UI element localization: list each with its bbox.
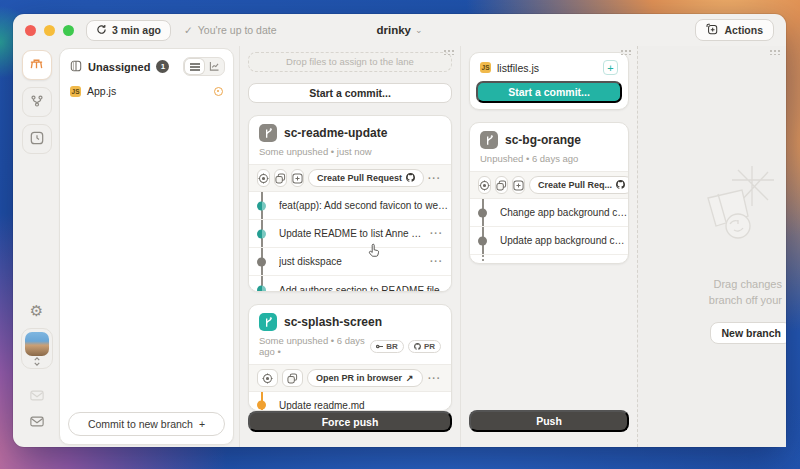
review-eye-button[interactable] — [257, 369, 278, 387]
push-label: Push — [536, 415, 562, 427]
branches-icon — [30, 94, 44, 111]
open-pr-label: Open PR in browser — [316, 373, 402, 383]
commit-dot-icon — [257, 286, 266, 292]
add-review-button[interactable] — [512, 176, 525, 194]
create-pr-label: Create Pull Req... — [538, 180, 612, 190]
unassigned-title: Unassigned — [88, 61, 150, 73]
js-file-icon: JS — [480, 62, 491, 73]
branch-badge-icon — [259, 313, 277, 331]
github-icon — [616, 180, 625, 191]
branch-header[interactable]: sc-readme-update Some unpushed • just no… — [249, 116, 451, 164]
actions-button[interactable]: Actions — [695, 19, 774, 41]
close-window-button[interactable] — [25, 25, 36, 36]
commit-message: feat(app): Add second favicon to web con… — [279, 200, 451, 211]
lane-drag-handle-icon[interactable] — [443, 49, 454, 55]
file-row-listfiles[interactable]: JS listfiles.js + — [476, 58, 622, 81]
commit-to-new-branch-button[interactable]: Commit to new branch + — [68, 412, 225, 436]
updown-chevrons-icon — [33, 357, 41, 366]
br-badge[interactable]: BR — [370, 340, 404, 353]
sync-label: 3 min ago — [112, 24, 161, 36]
branch-actions-row: Create Pull Req... ··· — [470, 171, 628, 199]
create-pr-label: Create Pull Request — [317, 173, 402, 183]
commit-list: feat(app): Add second favicon to web con… — [249, 192, 451, 292]
create-pull-request-button[interactable]: Create Pull Request — [308, 169, 424, 187]
unassigned-footer: Commit to new branch + — [60, 404, 233, 444]
chevron-down-icon: ⌄ — [415, 25, 423, 35]
github-icon — [406, 173, 415, 184]
commit-row[interactable]: Update readme.md — [249, 392, 451, 411]
project-title-menu[interactable]: drinky ⌄ — [376, 24, 422, 36]
assigned-file-card: JS listfiles.js + Start a commit... — [469, 52, 629, 110]
view-toggle — [183, 57, 225, 76]
commit-menu-button[interactable]: ··· — [422, 256, 451, 267]
settings-gear-icon[interactable]: ⚙ — [30, 302, 43, 320]
branch-meta: Some unpushed • just now — [259, 146, 441, 157]
sync-status: ✓ You're up to date — [184, 24, 277, 36]
lane-drag-handle-icon[interactable] — [769, 49, 780, 55]
clock-icon — [30, 131, 44, 148]
review-eye-button[interactable] — [478, 176, 491, 194]
branch-menu-button[interactable]: ··· — [428, 373, 443, 384]
project-title: drinky — [376, 24, 411, 36]
status-text: You're up to date — [198, 24, 277, 36]
lane-drag-handle-icon[interactable] — [620, 49, 631, 55]
new-branch-button[interactable]: New branch — [710, 322, 786, 344]
desktop-wallpaper: 3 min ago ✓ You're up to date drinky ⌄ — [0, 0, 800, 469]
branch-name: sc-readme-update — [284, 126, 387, 140]
minimize-window-button[interactable] — [44, 25, 55, 36]
copy-branch-button[interactable] — [495, 176, 508, 194]
branch-name: sc-splash-screen — [284, 315, 382, 329]
add-review-button[interactable] — [291, 169, 304, 187]
commit-menu-button[interactable]: ··· — [422, 228, 451, 239]
branch-card-sc-bg-orange: sc-bg-orange Unpushed • 6 days ago — [469, 122, 629, 264]
commit-row[interactable]: Update README to list Anne as primar... … — [249, 220, 451, 248]
branch-card-sc-splash-screen: sc-splash-screen Some unpushed • 6 days … — [248, 304, 452, 411]
actions-label: Actions — [724, 24, 763, 36]
create-pull-request-button[interactable]: Create Pull Req... — [529, 176, 629, 194]
copy-branch-button[interactable] — [282, 369, 303, 387]
branch-menu-button[interactable]: ··· — [428, 173, 443, 184]
branch-badge-icon — [259, 124, 277, 142]
commit-message: Update README to list Anne as primar... — [279, 228, 422, 239]
branch-header[interactable]: sc-bg-orange Unpushed • 6 days ago — [470, 123, 628, 171]
file-row-appjs[interactable]: JS App.js — [60, 82, 233, 103]
mail-notification-icon[interactable] — [30, 387, 44, 405]
commit-row[interactable]: Update app background color t... — [470, 227, 628, 255]
branch-actions-row: Open PR in browser ↗ ··· — [249, 364, 451, 392]
tree-view-button[interactable] — [204, 59, 223, 74]
open-pr-in-browser-button[interactable]: Open PR in browser ↗ — [307, 369, 423, 387]
history-tab-button[interactable] — [22, 124, 52, 154]
list-view-button[interactable] — [185, 59, 204, 74]
commit-row[interactable]: feat(app): Add second favicon to web con… — [249, 192, 451, 220]
drop-files-hint: Drop files to assign to the lane — [286, 56, 414, 67]
branch-meta: Some unpushed • 6 days ago • — [259, 335, 366, 357]
feedback-mail-icon[interactable] — [30, 413, 44, 431]
start-commit-label: Start a commit... — [508, 86, 590, 98]
push-button[interactable]: Push — [469, 410, 629, 432]
pr-badge[interactable]: PR — [408, 340, 441, 353]
app-window: 3 min ago ✓ You're up to date drinky ⌄ — [13, 14, 786, 447]
branches-tab-button[interactable] — [22, 87, 52, 117]
file-name: App.js — [87, 85, 116, 97]
sync-button[interactable]: 3 min ago — [86, 20, 171, 41]
start-commit-button-right[interactable]: Start a commit... — [476, 81, 622, 103]
unassigned-panel: Unassigned 1 JS — [59, 48, 234, 445]
copy-branch-button[interactable] — [274, 169, 287, 187]
force-push-button[interactable]: Force push — [248, 411, 452, 432]
branch-card-sc-readme-update: sc-readme-update Some unpushed • just no… — [248, 115, 452, 292]
review-eye-button[interactable] — [257, 169, 270, 187]
refresh-icon — [96, 24, 107, 37]
unassigned-body — [60, 103, 233, 404]
workspace-tab-button[interactable] — [22, 50, 52, 80]
account-switcher[interactable] — [21, 328, 53, 369]
new-branch-drop-zone[interactable]: Drag changes branch off your New branch — [637, 46, 786, 447]
start-commit-button-mid[interactable]: Start a commit... — [248, 83, 452, 104]
zoom-window-button[interactable] — [63, 25, 74, 36]
commit-row[interactable]: Change app background color t... — [470, 199, 628, 227]
branch-header[interactable]: sc-splash-screen Some unpushed • 6 days … — [249, 305, 451, 364]
commit-row[interactable]: Add authors section to README file — [249, 276, 451, 292]
js-file-icon: JS — [70, 86, 81, 97]
add-file-icon[interactable]: + — [603, 60, 618, 75]
workbench-icon — [29, 56, 44, 74]
commit-row[interactable]: just diskspace ··· — [249, 248, 451, 276]
